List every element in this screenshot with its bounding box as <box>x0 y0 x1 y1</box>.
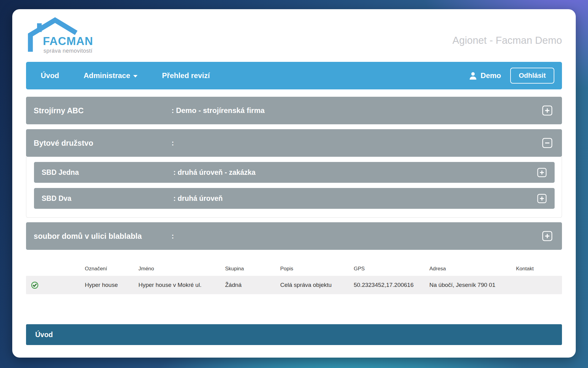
caret-down-icon <box>133 75 138 77</box>
panel-sbd-jedna[interactable]: SBD Jedna : druhá úroveň - zakázka <box>34 162 555 183</box>
navbar-right: Demo Odhlásit <box>469 68 554 84</box>
panel-description: : <box>172 139 542 147</box>
table-row[interactable]: Hyper house Hyper house v Mokré ul. Žádn… <box>26 276 562 294</box>
footer-bar: Úvod <box>26 324 562 345</box>
cell-adresa: Na úbočí, Jeseník 790 01 <box>429 282 516 288</box>
logout-button[interactable]: Odhlásit <box>510 68 554 84</box>
panel-children: SBD Jedna : druhá úroveň - zakázka SBD D… <box>26 157 562 218</box>
app-card: FACMAN správa nemovitostí Agionet - Facm… <box>12 9 576 358</box>
panel-description: : druhá úroveň <box>173 194 537 203</box>
plus-square-icon[interactable] <box>542 105 553 116</box>
nav-item-administrace[interactable]: Administrace <box>84 71 138 80</box>
column-header-popis: Popis <box>280 266 354 272</box>
user-icon <box>469 72 477 80</box>
page-header: FACMAN správa nemovitostí Agionet - Facm… <box>26 16 562 62</box>
cell-jmeno: Hyper house v Mokré ul. <box>138 282 225 288</box>
column-header-jmeno: Jméno <box>138 266 225 272</box>
nav-item-uvod[interactable]: Úvod <box>41 71 59 80</box>
column-header-skupina: Skupina <box>225 266 280 272</box>
panel-title: soubor domů v ulici blablabla <box>34 232 172 241</box>
panel-group-bytove-druzstvo: Bytové družstvo : SBD Jedna : druhá úrov… <box>26 129 562 218</box>
main-navbar: Úvod Administrace Přehled revizí Demo Od… <box>26 62 562 89</box>
user-label: Demo <box>481 71 501 80</box>
user-menu[interactable]: Demo <box>469 71 501 80</box>
cell-gps: 50.2323452,17.200616 <box>354 282 429 288</box>
objects-table: Označení Jméno Skupina Popis GPS Adresa … <box>26 261 562 294</box>
panel-description: : Demo - strojírenská firma <box>172 106 542 115</box>
cell-oznaceni: Hyper house <box>85 282 138 288</box>
panel-description: : druhá úroveň - zakázka <box>173 168 537 177</box>
plus-square-icon[interactable] <box>537 193 547 204</box>
column-header-gps: GPS <box>354 266 429 272</box>
brand-wordmark: FACMAN <box>43 35 93 48</box>
app-title: Agionet - Facman Demo <box>452 35 562 46</box>
column-header-kontakt: Kontakt <box>516 266 562 272</box>
brand-tagline: správa nemovitostí <box>43 48 92 54</box>
panel-title: Bytové družstvo <box>34 139 172 148</box>
column-header-adresa: Adresa <box>429 266 516 272</box>
plus-square-icon[interactable] <box>542 231 553 242</box>
panel-title: SBD Jedna <box>42 168 173 177</box>
table-header-row: Označení Jméno Skupina Popis GPS Adresa … <box>26 261 562 276</box>
panel-strojirny-abc[interactable]: Strojírny ABC : Demo - strojírenská firm… <box>26 97 562 124</box>
footer-link-uvod[interactable]: Úvod <box>35 331 53 339</box>
panel-title: Strojírny ABC <box>34 106 172 115</box>
brand-logo[interactable]: FACMAN správa nemovitostí <box>26 16 127 59</box>
cell-popis: Celá správa objektu <box>280 282 354 288</box>
minus-square-icon[interactable] <box>542 137 553 148</box>
status-cell <box>26 281 85 289</box>
column-header-oznaceni: Označení <box>85 266 138 272</box>
panel-title: SBD Dva <box>42 194 173 203</box>
panel-description: : <box>172 232 542 240</box>
cell-skupina: Žádná <box>225 282 280 288</box>
check-circle-icon[interactable] <box>31 281 39 289</box>
panel-bytove-druzstvo[interactable]: Bytové družstvo : <box>26 129 562 157</box>
panel-soubor-domu[interactable]: soubor domů v ulici blablabla : <box>26 222 562 250</box>
panel-sbd-dva[interactable]: SBD Dva : druhá úroveň <box>34 188 555 209</box>
nav-item-prehled-revizi[interactable]: Přehled revizí <box>162 71 210 80</box>
plus-square-icon[interactable] <box>537 167 547 178</box>
